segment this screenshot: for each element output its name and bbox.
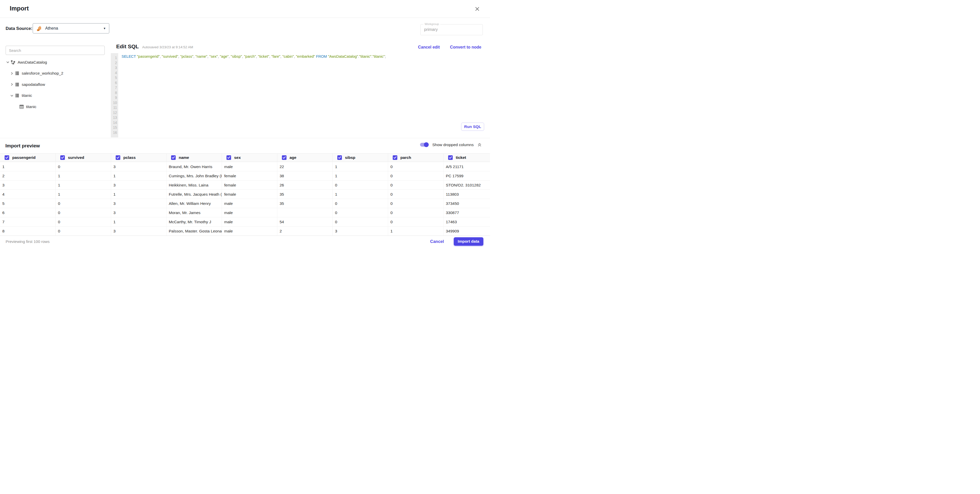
table-cell: 3 bbox=[332, 226, 388, 236]
import-data-button[interactable]: Import data bbox=[454, 237, 484, 246]
chevron-down-icon[interactable] bbox=[10, 94, 14, 97]
column-checkbox-passengerid[interactable] bbox=[5, 155, 9, 160]
column-checkbox-name[interactable] bbox=[171, 155, 176, 160]
show-dropped-columns-toggle[interactable] bbox=[420, 143, 428, 147]
table-cell: male bbox=[222, 208, 277, 217]
table-cell: 3 bbox=[111, 181, 166, 190]
table-cell: 3 bbox=[111, 199, 166, 208]
close-icon[interactable] bbox=[474, 5, 481, 13]
sql-code-line[interactable]: SELECT "passengerid", "survived", "pclas… bbox=[121, 54, 489, 59]
tree-item-salesforce-workshop-2[interactable]: salesforce_workshop_2 bbox=[0, 68, 111, 79]
line-number: 2 bbox=[111, 61, 117, 65]
workgroup-value: primary bbox=[424, 27, 438, 32]
table-cell: 0 bbox=[388, 199, 443, 208]
table-cell: 2 bbox=[277, 226, 332, 236]
chevron-right-icon[interactable] bbox=[10, 83, 14, 86]
column-label: name bbox=[179, 155, 189, 160]
column-label: sex bbox=[234, 155, 241, 160]
column-header-passengerid: passengerid bbox=[0, 153, 56, 162]
line-number: 13 bbox=[111, 115, 117, 120]
table-cell bbox=[277, 208, 332, 217]
column-checkbox-sibsp[interactable] bbox=[337, 155, 342, 160]
convert-to-node-button[interactable]: Convert to node bbox=[450, 45, 481, 49]
column-checkbox-pclass[interactable] bbox=[116, 155, 120, 160]
data-source-dropdown[interactable]: Athena ▼ bbox=[33, 23, 109, 33]
table-cell: 1 bbox=[388, 226, 443, 236]
tree-item-titanic[interactable]: titanic bbox=[0, 90, 111, 101]
double-chevron-up-icon[interactable] bbox=[477, 142, 482, 147]
data-source-label: Data Source: bbox=[6, 26, 32, 31]
column-checkbox-survived[interactable] bbox=[60, 155, 65, 160]
column-label: sibsp bbox=[345, 155, 355, 160]
table-cell: female bbox=[222, 190, 277, 199]
chevron-right-icon[interactable] bbox=[10, 72, 14, 75]
sql-token-pl: , bbox=[218, 54, 220, 59]
table-cell: 0 bbox=[388, 208, 443, 217]
sql-token-str: "passengerid" bbox=[137, 54, 159, 59]
table-cell: 35 bbox=[277, 199, 332, 208]
line-number: 1 bbox=[111, 56, 117, 61]
table-cell: 1 bbox=[56, 190, 111, 199]
editor-actions: Cancel edit Convert to node bbox=[418, 45, 481, 49]
column-checkbox-ticket[interactable] bbox=[448, 155, 453, 160]
show-dropped-columns-label: Show dropped columns bbox=[432, 143, 474, 147]
table-cell: 1 bbox=[332, 190, 388, 199]
line-number: 16 bbox=[111, 130, 117, 135]
column-header-pclass: pclass bbox=[111, 153, 166, 162]
import-preview-title: Import preview bbox=[5, 143, 40, 149]
autosaved-text: Autosaved 3/23/23 at 9:14:52 AM bbox=[142, 45, 193, 49]
sql-token-str: "AwsDataCatalog" bbox=[328, 54, 358, 59]
sql-token-pl: , bbox=[207, 54, 209, 59]
sql-token-str: "sex" bbox=[209, 54, 218, 59]
run-sql-button[interactable]: Run SQL bbox=[461, 123, 484, 131]
table-cell: 8 bbox=[0, 226, 56, 236]
edit-sql-title: Edit SQL bbox=[116, 43, 139, 49]
table-cell: PC 17599 bbox=[443, 171, 490, 180]
column-header-ticket: ticket bbox=[443, 153, 490, 162]
database-icon bbox=[15, 82, 19, 87]
table-cell: Allen, Mr. William Henry bbox=[166, 199, 222, 208]
column-header-sibsp: sibsp bbox=[332, 153, 388, 162]
search-input[interactable] bbox=[6, 46, 105, 55]
cancel-edit-button[interactable]: Cancel edit bbox=[418, 45, 440, 49]
table-cell: 0 bbox=[56, 226, 111, 236]
preview-status-text: Previewing first 100 rows bbox=[6, 239, 49, 244]
tree-item-label: AwsDataCatalog bbox=[18, 60, 47, 65]
table-cell: 330877 bbox=[443, 208, 490, 217]
column-checkbox-sex[interactable] bbox=[226, 155, 231, 160]
table-cell: Palsson, Master. Gosta Leonard bbox=[166, 226, 222, 236]
table-cell: 26 bbox=[277, 181, 332, 190]
column-label: age bbox=[290, 155, 296, 160]
sql-token-str: "parch" bbox=[244, 54, 256, 59]
table-cell: 3 bbox=[111, 208, 166, 217]
column-checkbox-age[interactable] bbox=[282, 155, 286, 160]
edit-sql-header: Edit SQL Autosaved 3/23/23 at 9:14:52 AM bbox=[116, 43, 193, 49]
table-cell: 2 bbox=[0, 171, 56, 180]
column-label: ticket bbox=[456, 155, 466, 160]
sql-token-str: "age" bbox=[220, 54, 229, 59]
workgroup-field[interactable]: Workgroup primary bbox=[420, 24, 483, 35]
line-number: 8 bbox=[111, 91, 117, 96]
tree-item-sapodataflow[interactable]: sapodataflow bbox=[0, 79, 111, 90]
sql-token-str: "cabin" bbox=[282, 54, 294, 59]
sql-token-kw: SELECT bbox=[121, 54, 136, 59]
tree-item-titanic[interactable]: titanic bbox=[0, 101, 111, 112]
toggle-knob bbox=[424, 142, 429, 147]
workgroup-label: Workgroup bbox=[423, 22, 440, 25]
athena-logo-icon bbox=[36, 25, 43, 32]
table-cell: 3 bbox=[111, 162, 166, 171]
cancel-button[interactable]: Cancel bbox=[430, 239, 444, 244]
chevron-down-icon[interactable] bbox=[6, 61, 10, 64]
preview-table-header: passengeridsurvivedpclassnamesexagesibsp… bbox=[0, 153, 490, 162]
table-cell: 0 bbox=[388, 190, 443, 199]
tree-item-awsdatacatalog[interactable]: AwsDataCatalog bbox=[0, 57, 111, 68]
table-cell: STON/O2. 3101282 bbox=[443, 181, 490, 190]
table-cell: Heikkinen, Miss. Laina bbox=[166, 181, 222, 190]
sql-token-pl: , bbox=[229, 54, 231, 59]
table-cell: 22 bbox=[277, 162, 332, 171]
table-cell: 373450 bbox=[443, 199, 490, 208]
column-checkbox-parch[interactable] bbox=[393, 155, 397, 160]
table-cell: 3 bbox=[111, 226, 166, 236]
dialog-header: Import bbox=[0, 0, 490, 18]
table-cell: 1 bbox=[111, 217, 166, 226]
